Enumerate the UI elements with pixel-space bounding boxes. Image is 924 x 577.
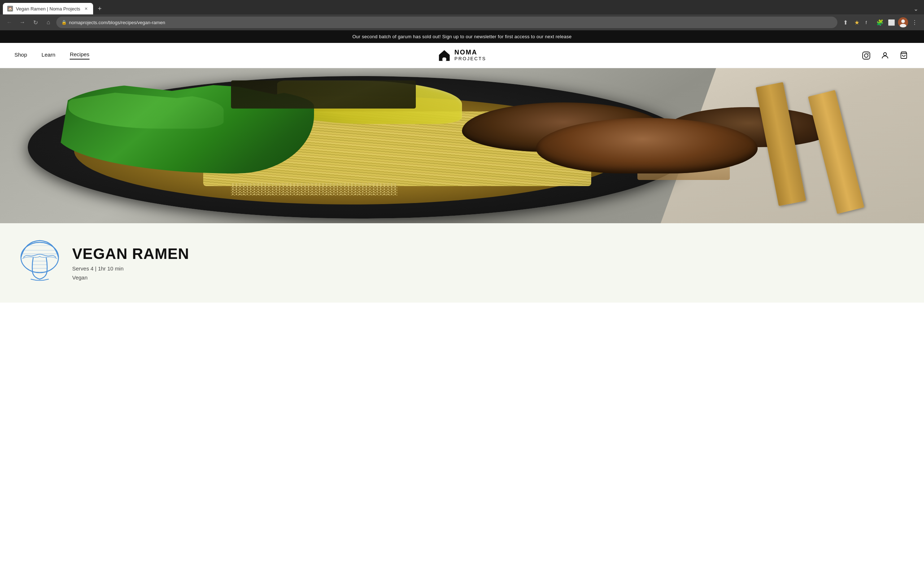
menu-button[interactable]: ⋮ — [909, 17, 920, 27]
tab-bar: 🏠 Vegan Ramen | Noma Projects ✕ + ⌄ — [0, 0, 924, 15]
recipe-section: VEGAN RAMEN Serves 4 | 1hr 10 min Vegan — [0, 223, 924, 303]
address-text: nomaprojects.com/blogs/recipes/vegan-ram… — [69, 20, 165, 25]
svg-rect-4 — [863, 52, 870, 59]
svg-point-1 — [901, 19, 905, 23]
svg-text:f: f — [866, 20, 867, 25]
svg-point-5 — [864, 54, 868, 57]
nav-link-recipes[interactable]: Recipes — [69, 51, 89, 60]
home-button[interactable]: ⌂ — [43, 17, 53, 27]
address-path: /blogs/recipes/vegan-ramen — [107, 20, 165, 25]
extensions-button[interactable]: 🧩 — [875, 17, 885, 27]
recipe-details: VEGAN RAMEN Serves 4 | 1hr 10 min Vegan — [72, 245, 189, 280]
site-navigation: Shop Learn Recipes NOMA PROJECTS — [0, 43, 924, 68]
announcement-bar: Our second batch of garum has sold out! … — [0, 30, 924, 43]
back-button[interactable]: ← — [4, 17, 15, 27]
account-button[interactable] — [879, 50, 891, 61]
svg-point-6 — [868, 53, 868, 54]
active-tab[interactable]: 🏠 Vegan Ramen | Noma Projects ✕ — [3, 3, 93, 15]
tab-close-button[interactable]: ✕ — [83, 6, 89, 11]
address-domain: nomaprojects.com — [69, 20, 107, 25]
svg-rect-3 — [443, 57, 446, 61]
recipe-title: VEGAN RAMEN — [72, 245, 189, 263]
logo-text: NOMA PROJECTS — [454, 49, 486, 61]
cart-button[interactable] — [898, 50, 909, 61]
toolbar-icons: ⬆ ★ f 🧩 ⬜ ⋮ — [840, 17, 920, 27]
password-button[interactable]: f — [863, 17, 874, 27]
site-wrapper: Our second batch of garum has sold out! … — [0, 30, 924, 303]
share-button[interactable]: ⬆ — [840, 17, 850, 27]
forward-button[interactable]: → — [17, 17, 27, 27]
logo-icon — [438, 49, 451, 62]
new-tab-button[interactable]: + — [95, 3, 105, 14]
hero-image — [0, 68, 924, 223]
nav-right — [861, 50, 909, 61]
nav-link-shop[interactable]: Shop — [15, 52, 27, 59]
announcement-text: Our second batch of garum has sold out! … — [352, 34, 572, 39]
minimize-button[interactable]: ⌄ — [914, 5, 921, 12]
site-logo[interactable]: NOMA PROJECTS — [438, 49, 486, 62]
refresh-button[interactable]: ↻ — [30, 17, 40, 27]
browser-chrome: 🏠 Vegan Ramen | Noma Projects ✕ + ⌄ ← → … — [0, 0, 924, 30]
ramen-scene — [0, 68, 924, 223]
profile-button[interactable] — [898, 17, 908, 27]
svg-point-2 — [900, 24, 906, 27]
svg-point-7 — [884, 53, 887, 56]
recipe-mushroom-icon — [18, 238, 61, 288]
logo-projects: PROJECTS — [454, 56, 486, 61]
instagram-button[interactable] — [861, 50, 872, 61]
recipe-tag: Vegan — [72, 274, 189, 280]
nav-left: Shop Learn Recipes — [15, 51, 89, 60]
logo-noma: NOMA — [454, 49, 486, 56]
tab-favicon: 🏠 — [7, 6, 13, 11]
tab-title: Vegan Ramen | Noma Projects — [16, 6, 80, 11]
browser-toolbar: ← → ↻ ⌂ 🔒 nomaprojects.com/blogs/recipes… — [0, 15, 924, 30]
recipe-meta: Serves 4 | 1hr 10 min — [72, 266, 189, 272]
address-bar[interactable]: 🔒 nomaprojects.com/blogs/recipes/vegan-r… — [56, 16, 837, 28]
nav-link-learn[interactable]: Learn — [42, 52, 55, 59]
lock-icon: 🔒 — [61, 20, 67, 25]
split-view-button[interactable]: ⬜ — [887, 17, 897, 27]
bookmark-button[interactable]: ★ — [852, 17, 862, 27]
